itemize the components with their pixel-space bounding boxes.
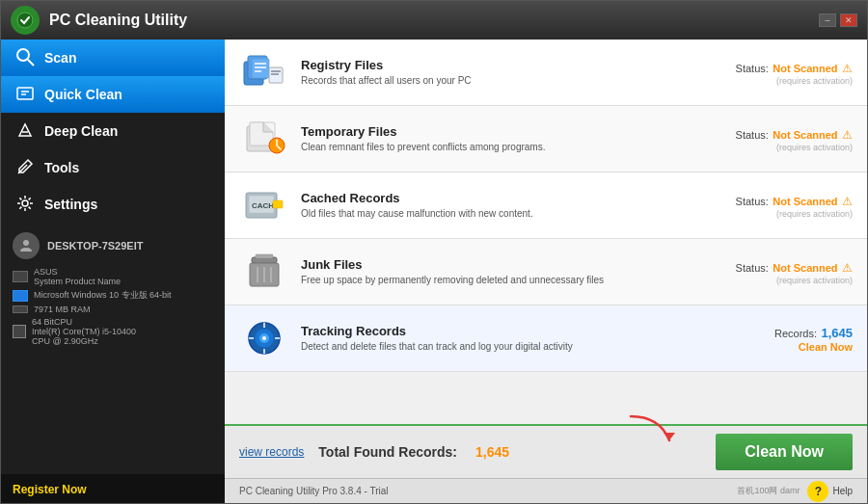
svg-line-2 bbox=[28, 60, 34, 66]
sidebar-system-info: DESKTOP-7S29EIT ASUS System Product Name… bbox=[1, 223, 225, 474]
svg-rect-11 bbox=[252, 59, 269, 78]
temp-status-label: Status: bbox=[736, 129, 769, 141]
cpu-label: 64 BitCPU bbox=[32, 317, 136, 327]
junk-status-sub: (requires activation) bbox=[689, 276, 853, 285]
svg-rect-3 bbox=[17, 88, 33, 99]
app-window: PC Cleaning Utility – ✕ Scan bbox=[0, 0, 868, 504]
help-label: Help bbox=[832, 486, 853, 496]
list-item: Temporary Files Clean remnant files to p… bbox=[225, 106, 867, 172]
cached-records-status: Status: Not Scanned ⚠ (requires activati… bbox=[689, 192, 853, 219]
junk-files-icon bbox=[242, 253, 286, 290]
scan-label: Scan bbox=[44, 50, 76, 66]
temp-status-sub: (requires activation) bbox=[689, 143, 853, 152]
registry-files-title: Registry Files bbox=[301, 58, 677, 72]
tracking-records-desc: Detect and delete files that can track a… bbox=[301, 340, 677, 353]
svg-rect-24 bbox=[273, 200, 283, 208]
cache-status-label: Status: bbox=[736, 196, 769, 207]
cached-records-title: Cached Records bbox=[301, 191, 677, 205]
registry-files-icon bbox=[242, 54, 286, 91]
tools-icon bbox=[15, 157, 35, 179]
list-item: Registry Files Records that affect all u… bbox=[225, 40, 867, 106]
quick-clean-icon bbox=[15, 84, 35, 106]
temp-warning-icon: ⚠ bbox=[842, 128, 853, 142]
help-button[interactable]: ? bbox=[807, 481, 828, 502]
junk-files-desc: Free up space by permanently removing de… bbox=[301, 274, 677, 286]
temporary-files-icon bbox=[242, 120, 286, 157]
windows-icon bbox=[13, 290, 28, 302]
cached-records-desc: Old files that may cause malfunction wit… bbox=[301, 207, 677, 220]
title-controls: – ✕ bbox=[819, 13, 857, 27]
username: DESKTOP-7S29EIT bbox=[47, 240, 143, 252]
cache-icon-wrap: CACHE bbox=[239, 184, 289, 226]
tools-label: Tools bbox=[44, 160, 79, 175]
user-row: DESKTOP-7S29EIT bbox=[13, 232, 213, 259]
minimize-button[interactable]: – bbox=[819, 13, 836, 27]
bottom-bar: view records Total Found Records: 1,645 … bbox=[225, 424, 867, 478]
registry-files-desc: Records that affect all users on your PC bbox=[301, 74, 677, 87]
list-item: Tracking Records Detect and delete files… bbox=[225, 305, 867, 372]
monitor-icon bbox=[13, 271, 28, 282]
registry-status-value: Not Scanned bbox=[773, 63, 837, 74]
junk-status-label: Status: bbox=[736, 262, 769, 274]
deep-clean-icon bbox=[15, 120, 35, 143]
tracking-records-title: Tracking Records bbox=[301, 324, 677, 338]
list-item: CACHE Cached Records Old files that may … bbox=[225, 172, 867, 239]
app-icon bbox=[11, 6, 40, 35]
junk-files-title: Junk Files bbox=[301, 257, 677, 272]
tracking-clean-now-link[interactable]: Clean Now bbox=[689, 341, 853, 353]
help-section: ? Help bbox=[807, 481, 853, 502]
clean-now-button[interactable]: Clean Now bbox=[716, 434, 853, 470]
view-records-link[interactable]: view records bbox=[239, 445, 304, 459]
register-button[interactable]: Register Now bbox=[13, 483, 87, 496]
items-list: Registry Files Records that affect all u… bbox=[225, 40, 867, 424]
junk-status-value: Not Scanned bbox=[773, 262, 837, 274]
sidebar-item-deep-clean[interactable]: Deep Clean bbox=[1, 113, 225, 149]
footer-right: 首机100网 damr ? Help bbox=[737, 481, 853, 502]
svg-point-34 bbox=[262, 336, 266, 340]
windows-label: Microsoft Windows 10 专业版 64-bit bbox=[34, 289, 172, 302]
junk-icon-wrap bbox=[239, 251, 289, 293]
sidebar-item-scan[interactable]: Scan bbox=[1, 40, 225, 76]
tracking-records-value: 1,645 bbox=[821, 326, 853, 340]
cpu-detail: Intel(R) Core(TM) i5-10400 bbox=[32, 327, 136, 336]
sidebar-item-tools[interactable]: Tools bbox=[1, 149, 225, 186]
title-bar: PC Cleaning Utility – ✕ bbox=[1, 1, 867, 40]
registry-warning-icon: ⚠ bbox=[842, 62, 853, 75]
sidebar: Scan Quick Clean bbox=[1, 40, 225, 503]
tracking-records-info: Tracking Records Detect and delete files… bbox=[301, 324, 677, 353]
svg-point-8 bbox=[23, 240, 29, 246]
close-button[interactable]: ✕ bbox=[840, 13, 857, 27]
user-avatar-icon bbox=[13, 232, 40, 259]
cached-records-info: Cached Records Old files that may cause … bbox=[301, 191, 677, 220]
sys-row-windows: Microsoft Windows 10 专业版 64-bit bbox=[13, 289, 213, 302]
sys-row-cpu: 64 BitCPU Intel(R) Core(TM) i5-10400 CPU… bbox=[13, 317, 213, 346]
status-footer: PC Cleaning Utility Pro 3.8.4 - Trial 首机… bbox=[225, 478, 867, 503]
settings-label: Settings bbox=[44, 197, 97, 212]
sidebar-item-settings[interactable]: Settings bbox=[1, 186, 225, 223]
ram-icon bbox=[13, 305, 28, 313]
total-count: 1,645 bbox=[475, 444, 509, 460]
total-label: Total Found Records: bbox=[318, 444, 457, 460]
temp-icon-wrap bbox=[239, 118, 289, 160]
cache-warning-icon: ⚠ bbox=[842, 195, 853, 208]
title-left: PC Cleaning Utility bbox=[11, 6, 187, 35]
tracking-icon-wrap bbox=[239, 317, 289, 359]
settings-icon bbox=[15, 194, 35, 216]
registry-files-status: Status: Not Scanned ⚠ (requires activati… bbox=[689, 59, 853, 86]
registry-files-info: Registry Files Records that affect all u… bbox=[301, 58, 677, 87]
junk-files-info: Junk Files Free up space by permanently … bbox=[301, 257, 677, 286]
temp-files-status: Status: Not Scanned ⚠ (requires activati… bbox=[689, 125, 853, 152]
asus-label: ASUS bbox=[34, 267, 121, 277]
sys-row-ram: 7971 MB RAM bbox=[13, 305, 213, 314]
sidebar-item-quick-clean[interactable]: Quick Clean bbox=[1, 76, 225, 113]
cpu-speed: CPU @ 2.90GHz bbox=[32, 336, 136, 346]
ram-label: 7971 MB RAM bbox=[34, 305, 91, 314]
title-text: PC Cleaning Utility bbox=[49, 12, 187, 29]
temp-files-info: Temporary Files Clean remnant files to p… bbox=[301, 124, 677, 153]
scan-icon bbox=[15, 47, 35, 69]
tracking-records-icon bbox=[242, 320, 286, 357]
temp-files-desc: Clean remnant files to prevent conflicts… bbox=[301, 141, 677, 153]
right-panel: Registry Files Records that affect all u… bbox=[225, 40, 867, 503]
svg-rect-15 bbox=[269, 67, 283, 83]
svg-marker-39 bbox=[664, 433, 675, 440]
